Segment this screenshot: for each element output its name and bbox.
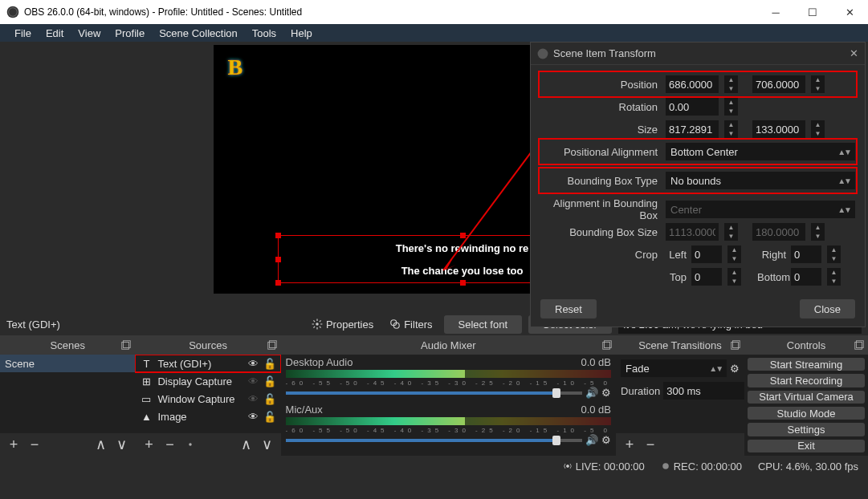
remove-source-button[interactable]: − <box>161 436 178 453</box>
menu-file[interactable]: File <box>8 26 38 41</box>
gear-icon[interactable]: ⚙ <box>730 363 740 375</box>
source-type-icon: ▭ <box>140 392 153 405</box>
visibility-icon[interactable]: 👁 <box>248 375 259 387</box>
control-button-start-streaming[interactable]: Start Streaming <box>748 358 865 371</box>
maximize-button[interactable]: ☐ <box>794 0 831 24</box>
control-button-exit[interactable]: Exit <box>748 440 865 452</box>
duration-label: Duration <box>621 385 660 397</box>
scene-item[interactable]: Scene <box>0 355 135 372</box>
bb-height-input <box>752 223 805 241</box>
remove-scene-button[interactable]: − <box>26 436 43 453</box>
gear-icon <box>312 318 323 330</box>
source-properties-button[interactable] <box>181 436 199 453</box>
menu-help[interactable]: Help <box>284 26 319 41</box>
size-w-input[interactable] <box>666 120 719 138</box>
gear-icon <box>185 439 196 450</box>
source-item[interactable]: ▭Window Capture👁🔓 <box>135 390 280 408</box>
bounding-box-type-select[interactable]: No bounds▲▼ <box>666 172 855 189</box>
positional-alignment-select[interactable]: Bottom Center▲▼ <box>666 143 855 160</box>
audio-desktop: Desktop Audio0.0 dB -60 -55 -50 -45 -40 … <box>281 355 616 402</box>
window-title: OBS 26.0.0 (64-bit, windows) - Profile: … <box>24 6 757 18</box>
svg-point-12 <box>189 443 193 446</box>
source-item[interactable]: TText (GDI+)👁🔓 <box>135 355 280 372</box>
source-item[interactable]: ▲Image👁🔓 <box>135 408 280 425</box>
undock-icon[interactable] <box>601 339 613 351</box>
control-button-studio-mode[interactable]: Studio Mode <box>748 407 865 420</box>
visibility-icon[interactable]: 👁 <box>248 393 259 405</box>
close-dialog-button[interactable]: Close <box>800 299 855 318</box>
svg-point-4 <box>538 48 548 59</box>
crop-bottom-input[interactable] <box>791 268 821 286</box>
menu-profile[interactable]: Profile <box>108 26 151 41</box>
scenes-header: Scenes <box>51 339 85 351</box>
obs-logo-icon <box>6 6 19 18</box>
crop-left-input[interactable] <box>691 245 722 263</box>
menu-scene-collection[interactable]: Scene Collection <box>153 26 244 41</box>
gear-icon[interactable]: ⚙ <box>601 387 611 399</box>
menu-view[interactable]: View <box>71 26 107 41</box>
rotation-input[interactable] <box>666 98 719 116</box>
lock-icon[interactable]: 🔓 <box>263 375 276 387</box>
visibility-icon[interactable]: 👁 <box>248 411 259 423</box>
menu-edit[interactable]: Edit <box>39 26 70 41</box>
bb-alignment-label: Alignment in Bounding Box <box>540 197 661 221</box>
speaker-icon[interactable]: 🔊 <box>585 434 598 446</box>
mic-meter <box>286 417 611 425</box>
transition-select[interactable]: Fade▲▼ <box>621 359 727 377</box>
source-name: Display Capture <box>157 375 232 387</box>
menubar: File Edit View Profile Scene Collection … <box>0 24 868 42</box>
visibility-icon[interactable]: 👁 <box>248 358 259 370</box>
close-button[interactable]: ✕ <box>831 0 868 24</box>
minimize-button[interactable]: ─ <box>757 0 794 24</box>
control-button-settings[interactable]: Settings <box>748 423 865 436</box>
reset-button[interactable]: Reset <box>540 299 597 318</box>
properties-button[interactable]: Properties <box>307 318 378 331</box>
position-y-input[interactable] <box>752 75 805 93</box>
source-up-button[interactable]: ∧ <box>238 436 255 453</box>
bb-alignment-select: Center▲▼ <box>666 201 855 218</box>
rotation-label: Rotation <box>540 101 661 113</box>
undock-icon[interactable] <box>854 339 865 351</box>
filters-button[interactable]: Filters <box>385 318 437 331</box>
source-item[interactable]: ⊞Display Capture👁🔓 <box>135 372 280 390</box>
desktop-volume-slider[interactable] <box>286 391 582 395</box>
mic-volume-slider[interactable] <box>286 439 582 442</box>
lock-icon[interactable]: 🔓 <box>263 393 276 405</box>
audio-mic: Mic/Aux0.0 dB -60 -55 -50 -45 -40 -35 -3… <box>281 402 616 449</box>
dialog-close-button[interactable]: ✕ <box>850 47 858 59</box>
bounding-box-type-label: Bounding Box Type <box>540 175 661 187</box>
add-source-button[interactable]: + <box>140 436 157 453</box>
control-button-start-virtual-camera[interactable]: Start Virtual Camera <box>748 391 865 404</box>
undock-icon[interactable] <box>730 339 741 351</box>
source-type-icon: T <box>140 357 153 370</box>
bb-size-label: Bounding Box Size <box>540 226 661 238</box>
positional-alignment-label: Positional Alignment <box>540 146 661 158</box>
crop-right-input[interactable] <box>791 245 821 263</box>
lock-icon[interactable]: 🔓 <box>263 411 276 423</box>
size-h-input[interactable] <box>752 120 805 138</box>
menu-tools[interactable]: Tools <box>246 26 283 41</box>
position-x-input[interactable] <box>666 75 719 93</box>
gear-icon[interactable]: ⚙ <box>601 434 611 446</box>
source-down-button[interactable]: ∨ <box>259 436 276 453</box>
select-font-button[interactable]: Select font <box>444 315 522 334</box>
scene-item-transform-dialog: Scene Item Transform ✕ Position ▲▼ ▲▼ Ro… <box>530 42 866 327</box>
control-button-start-recording[interactable]: Start Recording <box>748 374 865 387</box>
crop-top-input[interactable] <box>691 268 722 286</box>
desktop-meter <box>286 370 611 378</box>
scene-down-button[interactable]: ∨ <box>112 436 130 453</box>
scene-up-button[interactable]: ∧ <box>92 436 109 453</box>
undock-icon[interactable] <box>120 339 132 351</box>
status-bar: LIVE: 00:00:00 REC: 00:00:00 CPU: 4.6%, … <box>0 456 868 477</box>
add-transition-button[interactable]: + <box>621 436 638 453</box>
undock-icon[interactable] <box>267 339 278 351</box>
speaker-icon[interactable]: 🔊 <box>585 387 598 399</box>
add-scene-button[interactable]: + <box>5 436 22 453</box>
dialog-title: Scene Item Transform <box>553 47 656 59</box>
duration-input[interactable] <box>663 382 744 400</box>
lock-icon[interactable]: 🔓 <box>263 358 276 370</box>
crop-label: Crop <box>540 249 661 261</box>
remove-transition-button[interactable]: − <box>642 436 659 453</box>
sources-header: Sources <box>189 339 227 351</box>
svg-point-5 <box>316 323 319 326</box>
